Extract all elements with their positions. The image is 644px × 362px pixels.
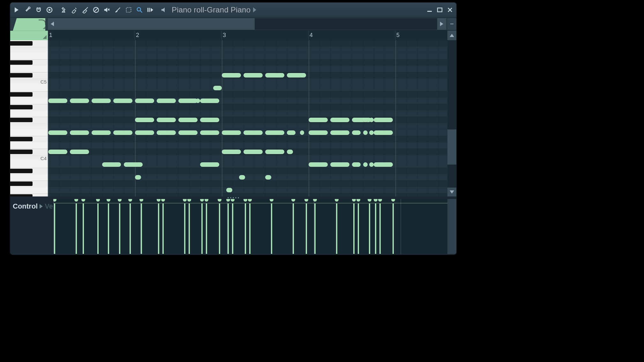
- midi-note[interactable]: [330, 130, 349, 135]
- midi-note[interactable]: [369, 130, 374, 135]
- midi-note[interactable]: [196, 99, 200, 103]
- midi-note[interactable]: [265, 73, 284, 78]
- mute-icon[interactable]: [101, 4, 112, 15]
- midi-note[interactable]: [70, 150, 89, 154]
- midi-note[interactable]: [330, 162, 349, 167]
- midi-note[interactable]: [363, 162, 368, 167]
- midi-note[interactable]: [352, 162, 361, 167]
- brush-icon[interactable]: [69, 4, 80, 15]
- midi-note[interactable]: [330, 118, 349, 122]
- midi-note[interactable]: [124, 162, 143, 167]
- midi-note[interactable]: [200, 162, 219, 167]
- hscroll-right-button[interactable]: [437, 18, 446, 30]
- midi-note[interactable]: [178, 118, 198, 122]
- vscroll-thumb[interactable]: [447, 129, 456, 165]
- midi-note[interactable]: [113, 99, 132, 103]
- zoom-icon[interactable]: [134, 4, 145, 15]
- midi-note[interactable]: [135, 175, 141, 180]
- chevron-right-icon[interactable]: [40, 202, 43, 211]
- midi-note[interactable]: [300, 73, 304, 78]
- midi-note[interactable]: [243, 73, 263, 78]
- vscroll-up-button[interactable]: [447, 31, 456, 40]
- hscroll-left-button[interactable]: [48, 18, 57, 30]
- midi-note[interactable]: [92, 130, 111, 135]
- horizontal-scrollbar[interactable]: [48, 18, 456, 30]
- midi-note[interactable]: [363, 130, 368, 135]
- midi-note[interactable]: [369, 118, 374, 122]
- midi-note[interactable]: [243, 150, 263, 154]
- midi-note[interactable]: [48, 99, 67, 103]
- midi-note[interactable]: [374, 118, 393, 122]
- keyboard-header[interactable]: [10, 31, 48, 40]
- hscroll-track[interactable]: [57, 18, 437, 30]
- velocity-lane[interactable]: [53, 199, 447, 254]
- midi-note[interactable]: [113, 130, 132, 135]
- brush-mono-icon[interactable]: [80, 4, 91, 15]
- hscroll-zoom-button[interactable]: [447, 18, 456, 30]
- minimize-button[interactable]: [425, 5, 434, 14]
- midi-note[interactable]: [92, 99, 111, 103]
- maximize-button[interactable]: [435, 5, 444, 14]
- midi-note[interactable]: [226, 188, 232, 192]
- midi-note[interactable]: [178, 130, 198, 135]
- midi-note[interactable]: [157, 130, 176, 135]
- midi-note[interactable]: [374, 130, 393, 135]
- midi-note[interactable]: [309, 118, 328, 122]
- midi-note[interactable]: [239, 175, 245, 180]
- piano-keyboard[interactable]: C5C4C3: [10, 40, 48, 196]
- midi-note[interactable]: [287, 130, 296, 135]
- midi-note[interactable]: [135, 118, 154, 122]
- midi-note[interactable]: [70, 99, 89, 103]
- menu-play-icon[interactable]: [11, 4, 22, 15]
- note-grid[interactable]: [48, 40, 447, 196]
- pane-resize-handle[interactable]: [10, 196, 456, 199]
- midi-note[interactable]: [352, 118, 371, 122]
- preview-icon[interactable]: [159, 4, 170, 15]
- hscroll-thumb[interactable]: [57, 18, 255, 30]
- midi-note[interactable]: [369, 162, 374, 167]
- close-button[interactable]: [446, 5, 454, 14]
- record-icon[interactable]: [44, 4, 55, 15]
- midi-note[interactable]: [309, 162, 328, 167]
- midi-note[interactable]: [352, 130, 361, 135]
- midi-note[interactable]: [70, 130, 89, 135]
- chevron-right-icon[interactable]: [253, 7, 257, 12]
- scrub-icon[interactable]: [145, 4, 156, 15]
- midi-note[interactable]: [265, 175, 271, 180]
- vscroll-track[interactable]: [447, 40, 456, 188]
- snap-icon[interactable]: [33, 4, 44, 15]
- midi-note[interactable]: [287, 73, 306, 78]
- disable-icon[interactable]: [91, 4, 101, 15]
- midi-note[interactable]: [374, 162, 393, 167]
- select-icon[interactable]: [123, 4, 134, 15]
- slice-icon[interactable]: [112, 4, 123, 15]
- midi-note[interactable]: [200, 130, 219, 135]
- control-panel-label[interactable]: Control Velocity: [10, 199, 53, 254]
- midi-note[interactable]: [265, 130, 284, 135]
- midi-note[interactable]: [102, 162, 121, 167]
- midi-note[interactable]: [287, 150, 293, 154]
- midi-note[interactable]: [157, 118, 176, 122]
- tool-options-icon[interactable]: [22, 4, 33, 15]
- midi-note[interactable]: [48, 150, 67, 154]
- midi-note[interactable]: [135, 130, 154, 135]
- midi-note[interactable]: [48, 130, 67, 135]
- midi-note[interactable]: [213, 86, 222, 90]
- midi-note[interactable]: [265, 150, 284, 154]
- midi-note[interactable]: [243, 130, 263, 135]
- midi-note[interactable]: [178, 99, 198, 103]
- pattern-tab[interactable]: [10, 18, 48, 30]
- midi-note[interactable]: [200, 118, 219, 122]
- vscroll-down-button[interactable]: [447, 188, 456, 196]
- midi-note[interactable]: [157, 99, 176, 103]
- midi-note[interactable]: [222, 73, 241, 78]
- midi-note[interactable]: [135, 99, 154, 103]
- midi-note[interactable]: [300, 130, 304, 135]
- midi-note[interactable]: [222, 150, 241, 154]
- vertical-scrollbar[interactable]: [447, 40, 456, 196]
- midi-note[interactable]: [363, 118, 368, 122]
- stamp-icon[interactable]: [58, 4, 69, 15]
- midi-note[interactable]: [222, 130, 241, 135]
- timeline-ruler[interactable]: 12345: [48, 31, 447, 40]
- midi-note[interactable]: [200, 99, 219, 103]
